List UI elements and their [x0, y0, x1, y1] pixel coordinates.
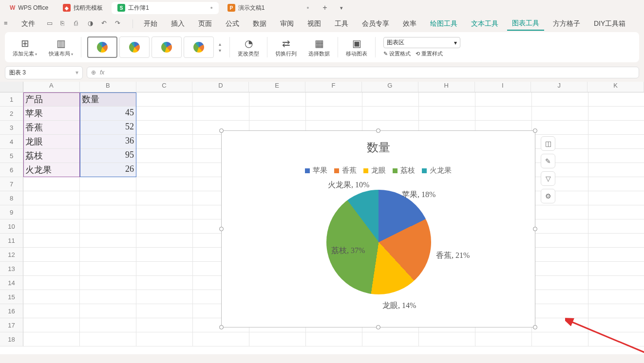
menu-start[interactable]: 开始 [139, 18, 162, 30]
resize-handle[interactable] [219, 325, 224, 329]
cell-b1[interactable]: 数量 [80, 92, 136, 107]
col-header[interactable]: G [362, 82, 418, 92]
col-header[interactable]: J [531, 82, 587, 92]
new-tab-button[interactable]: + [318, 1, 332, 14]
chart-legend[interactable]: 苹果香蕉龙眼荔枝火龙果 [222, 166, 535, 175]
tab-presentation[interactable]: P 演示文稿1 • [222, 2, 315, 14]
preview-icon[interactable]: ◑ [88, 19, 96, 28]
tab-menu-button[interactable]: ▾ [335, 3, 348, 13]
resize-handle[interactable] [376, 128, 380, 133]
menu-chart-tools[interactable]: 图表工具 [507, 17, 544, 31]
spreadsheet-grid[interactable]: A B C D E F G H I J K 123456789101112131… [0, 82, 644, 354]
chart-filters-button[interactable]: ▽ [541, 171, 555, 186]
row-header[interactable]: 2 [0, 107, 23, 121]
cell-a5[interactable]: 荔枝 [23, 149, 80, 163]
menu-data[interactable]: 数据 [248, 18, 271, 30]
tab-workbook[interactable]: S 工作簿1 • [112, 2, 219, 14]
row-header[interactable]: 10 [0, 219, 23, 234]
col-header[interactable]: I [475, 82, 531, 92]
cell-b6[interactable]: 26 [80, 163, 136, 177]
row-header[interactable]: 11 [0, 234, 23, 248]
row-header[interactable]: 12 [0, 248, 23, 262]
tab-template[interactable]: ◆ 找稻壳模板 [57, 2, 109, 14]
row-header[interactable]: 1 [0, 92, 23, 107]
chart-style-1[interactable] [87, 36, 117, 58]
select-data-button[interactable]: ▦ 选择数据 [304, 34, 334, 60]
print-icon[interactable]: ⎙ [74, 19, 83, 28]
cell-a1[interactable]: 产品 [23, 92, 80, 107]
row-header[interactable]: 3 [0, 121, 23, 135]
reset-style-button[interactable]: ⟲重置样式 [416, 50, 443, 57]
name-box[interactable]: 图表 3▾ [5, 66, 83, 79]
cell-a4[interactable]: 龙眼 [23, 135, 80, 149]
cell-a3[interactable]: 香蕉 [23, 121, 80, 135]
row-header[interactable]: 13 [0, 262, 23, 276]
col-header[interactable]: K [587, 82, 644, 92]
resize-handle[interactable] [533, 128, 537, 133]
chart-elements-button[interactable]: ◫ [541, 136, 555, 151]
menu-view[interactable]: 视图 [303, 18, 326, 30]
row-header[interactable]: 8 [0, 191, 23, 205]
menu-ffgz[interactable]: 方方格子 [548, 18, 585, 30]
chart-object[interactable]: 数量 苹果香蕉龙眼荔枝火龙果 苹果, 18% 香蕉, 21% 龙眼, 14% 荔… [221, 130, 535, 327]
undo-icon[interactable]: ↶ [101, 19, 110, 28]
menu-formula[interactable]: 公式 [221, 18, 244, 30]
col-header[interactable]: F [305, 82, 362, 92]
legend-item[interactable]: 香蕉 [334, 166, 357, 175]
menu-draw-tools[interactable]: 绘图工具 [425, 18, 462, 30]
redo-icon[interactable]: ↷ [115, 19, 124, 28]
chart-style-2[interactable] [119, 36, 150, 58]
pie-chart[interactable] [326, 190, 431, 294]
quick-layout-button[interactable]: ▥ 快速布局 [45, 34, 77, 60]
row-header[interactable]: 4 [0, 135, 23, 149]
menu-text-tools[interactable]: 文本工具 [466, 18, 503, 30]
resize-handle[interactable] [376, 325, 380, 329]
row-header[interactable]: 7 [0, 177, 23, 191]
cell-a2[interactable]: 苹果 [23, 107, 80, 121]
row-header[interactable]: 17 [0, 318, 23, 332]
menu-tools[interactable]: 工具 [330, 18, 353, 30]
col-header[interactable]: A [23, 82, 80, 92]
row-header[interactable]: 14 [0, 276, 23, 290]
row-header[interactable]: 18 [0, 332, 23, 346]
zoom-icon[interactable]: ⊕ [91, 69, 96, 76]
switch-rowcol-button[interactable]: ⇄ 切换行列 [271, 34, 301, 60]
set-format-button[interactable]: ✎设置格式 [383, 50, 411, 57]
resize-handle[interactable] [219, 128, 224, 133]
col-header[interactable]: C [136, 82, 193, 92]
chart-title[interactable]: 数量 [222, 131, 535, 155]
cell-b5[interactable]: 95 [80, 149, 136, 163]
col-header[interactable]: B [80, 82, 136, 92]
chart-styles-button[interactable]: ✎ [541, 154, 555, 168]
menu-page[interactable]: 页面 [193, 18, 217, 30]
move-chart-button[interactable]: ▣ 移动图表 [342, 34, 371, 60]
save-icon[interactable]: ▭ [47, 19, 56, 28]
cell-b3[interactable]: 52 [80, 121, 136, 135]
col-header[interactable]: H [418, 82, 475, 92]
menu-diy[interactable]: DIY工具箱 [589, 18, 630, 30]
menu-member[interactable]: 会员专享 [357, 18, 394, 30]
add-element-button[interactable]: ⊞ 添加元素 [9, 34, 41, 60]
menu-efficiency[interactable]: 效率 [398, 18, 421, 30]
legend-item[interactable]: 苹果 [305, 166, 327, 175]
row-header[interactable]: 15 [0, 290, 23, 304]
cell-b4[interactable]: 36 [80, 135, 136, 149]
chart-settings-button[interactable]: ⚙ [541, 189, 555, 203]
menu-review[interactable]: 审阅 [275, 18, 299, 30]
select-all-corner[interactable] [0, 82, 23, 92]
chart-plot-area[interactable]: 苹果, 18% 香蕉, 21% 龙眼, 14% 荔枝, 37% 火龙果, 10% [222, 175, 535, 316]
legend-item[interactable]: 龙眼 [363, 166, 386, 175]
col-header[interactable]: E [249, 82, 305, 92]
menu-icon[interactable]: ≡ [4, 19, 13, 28]
chart-style-4[interactable] [184, 36, 214, 58]
menu-insert[interactable]: 插入 [166, 18, 189, 30]
col-header[interactable]: D [192, 82, 249, 92]
chart-style-3[interactable] [152, 36, 182, 58]
row-header[interactable]: 9 [0, 205, 23, 219]
resize-handle[interactable] [533, 325, 537, 329]
row-header[interactable]: 16 [0, 304, 23, 318]
formula-bar[interactable]: ⊕ fx [87, 67, 639, 78]
cell-a6[interactable]: 火龙果 [23, 163, 80, 177]
file-menu[interactable]: 文件 [17, 18, 40, 30]
change-type-button[interactable]: ◔ 更改类型 [234, 34, 263, 60]
